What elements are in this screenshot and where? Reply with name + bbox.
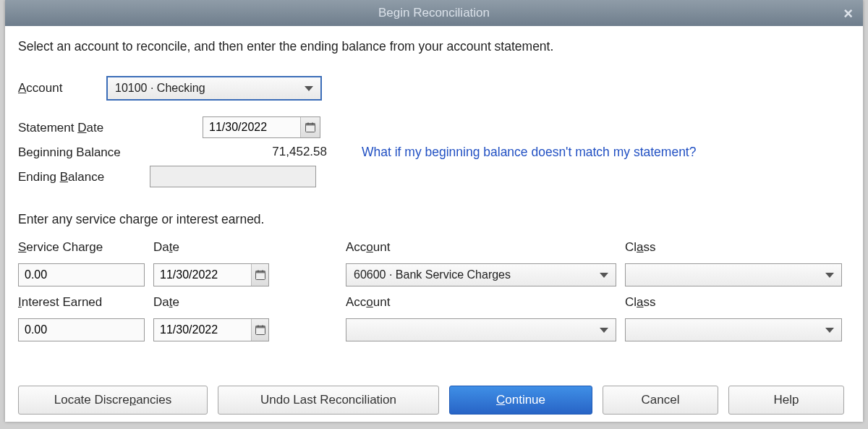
beginning-balance-help-link[interactable]: What if my beginning balance doesn't mat… <box>362 145 696 160</box>
statement-date-label: Statement Date <box>18 119 203 135</box>
interest-earned-class-select[interactable] <box>625 318 842 341</box>
locate-discrepancies-button[interactable]: Locate Discrepancies <box>18 386 208 415</box>
account-select-value: 10100 · Checking <box>115 82 205 95</box>
service-charge-account-label: Account <box>346 240 616 258</box>
help-button[interactable]: Help <box>728 386 844 415</box>
statement-date-field[interactable] <box>203 116 320 138</box>
interest-earned-date-input[interactable] <box>154 323 251 336</box>
calendar-icon[interactable] <box>251 319 268 341</box>
interest-earned-account-select[interactable] <box>346 318 616 341</box>
reconciliation-dialog: Begin Reconciliation × Select an account… <box>5 0 863 422</box>
close-icon[interactable]: × <box>843 4 853 23</box>
service-charge-class-label: Class <box>625 240 842 258</box>
beginning-balance-row: Beginning Balance 71,452.58 What if my b… <box>18 144 850 160</box>
service-charge-account-select[interactable]: 60600 · Bank Service Charges <box>346 263 616 286</box>
chevron-down-icon <box>305 86 313 91</box>
service-charge-instruction: Enter any service charge or interest ear… <box>18 212 850 227</box>
svg-rect-9 <box>255 326 265 328</box>
account-label: Account <box>18 81 106 95</box>
account-select[interactable]: 10100 · Checking <box>106 76 322 101</box>
interest-earned-date-label: Date <box>153 295 337 313</box>
dialog-content: Select an account to reconcile, and then… <box>5 26 863 378</box>
interest-earned-row: Interest Earned Date Account <box>18 295 850 341</box>
service-charge-row: Service Charge Date Account 60600 · Bank… <box>18 240 850 286</box>
svg-rect-5 <box>255 271 265 273</box>
service-charge-account-value: 60600 · Bank Service Charges <box>354 268 511 281</box>
service-charge-class-select[interactable] <box>625 263 842 286</box>
service-charge-date-input[interactable] <box>154 268 251 281</box>
calendar-icon[interactable] <box>300 117 320 137</box>
statement-date-row: Statement Date <box>18 116 850 138</box>
service-charge-date-field[interactable] <box>153 263 269 286</box>
button-bar: Locate Discrepancies Undo Last Reconcili… <box>5 378 863 422</box>
ending-balance-input[interactable] <box>150 166 316 187</box>
interest-earned-account-label: Account <box>346 295 616 313</box>
window-title: Begin Reconciliation <box>378 6 490 20</box>
beginning-balance-label: Beginning Balance <box>18 144 203 160</box>
interest-earned-class-label: Class <box>625 295 842 313</box>
service-charge-amount-input[interactable] <box>18 263 145 286</box>
ending-balance-label: Ending Balance <box>18 169 150 184</box>
chevron-down-icon <box>825 273 834 278</box>
beginning-balance-value: 71,452.58 <box>203 145 333 159</box>
calendar-icon[interactable] <box>251 264 268 286</box>
statement-date-input[interactable] <box>203 121 300 134</box>
service-charge-date-label: Date <box>153 240 337 258</box>
interest-earned-label: Interest Earned <box>18 295 145 313</box>
interest-earned-date-field[interactable] <box>153 318 269 341</box>
account-row: Account 10100 · Checking <box>18 76 850 101</box>
interest-earned-amount-input[interactable] <box>18 318 145 341</box>
continue-button[interactable]: Continue <box>449 386 592 415</box>
title-bar: Begin Reconciliation × <box>5 0 863 26</box>
cancel-button[interactable]: Cancel <box>603 386 718 415</box>
service-charge-label: Service Charge <box>18 240 145 258</box>
svg-rect-1 <box>306 124 315 126</box>
chevron-down-icon <box>600 328 608 333</box>
chevron-down-icon <box>825 328 834 333</box>
instruction-text: Select an account to reconcile, and then… <box>18 39 850 54</box>
chevron-down-icon <box>600 273 608 278</box>
ending-balance-row: Ending Balance <box>18 166 850 187</box>
undo-last-reconciliation-button[interactable]: Undo Last Reconciliation <box>218 386 439 415</box>
